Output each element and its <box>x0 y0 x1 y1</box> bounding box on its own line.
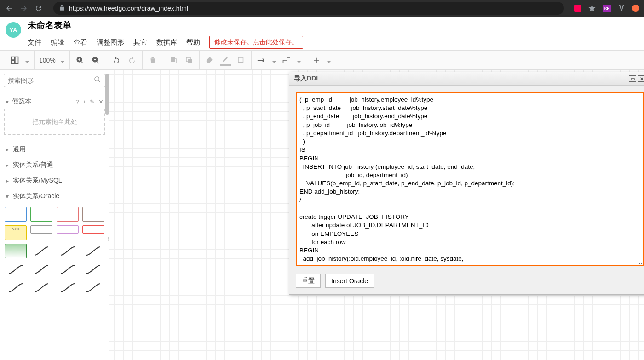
url-text: https://www.freedgo.com/draw_index.html <box>69 5 188 12</box>
shape-trigger-purple[interactable] <box>57 225 79 234</box>
zoom-out-icon[interactable] <box>90 55 101 66</box>
shape-curve[interactable] <box>5 280 27 295</box>
star-icon[interactable] <box>588 4 596 12</box>
zoom-label[interactable]: 100% <box>39 57 56 64</box>
fill-color-icon[interactable] <box>204 55 215 66</box>
minimize-button[interactable]: ▭ <box>629 75 636 82</box>
undo-icon[interactable] <box>111 55 122 66</box>
orange-ext-icon[interactable] <box>632 5 639 12</box>
svg-rect-4 <box>238 57 243 63</box>
tree-er-oracle[interactable]: ▾ 实体关系/Oracle <box>4 189 105 204</box>
shape-procedure[interactable] <box>5 244 27 258</box>
caret-icon[interactable] <box>60 58 65 63</box>
url-bar[interactable]: https://www.freedgo.com/draw_index.html <box>53 2 564 15</box>
shape-curve[interactable] <box>5 262 27 277</box>
shape-curve[interactable] <box>57 280 79 295</box>
shape-curve[interactable] <box>57 244 79 258</box>
caret-icon[interactable] <box>327 58 331 63</box>
scrollbar[interactable] <box>105 74 109 115</box>
insert-oracle-button[interactable]: Insert Oracle <box>325 274 374 288</box>
add-icon[interactable] <box>311 55 322 66</box>
save-warning[interactable]: 修改未保存。点击此处保存。 <box>209 36 303 49</box>
menu-arrange[interactable]: 调整图形 <box>97 38 124 47</box>
help-icon[interactable]: ? <box>75 98 79 105</box>
scratchpad-header: ▾ 便笺本 ? + ✎ ✕ <box>4 95 105 109</box>
menu-extras[interactable]: 其它 <box>133 38 147 47</box>
search-icon[interactable] <box>94 76 101 85</box>
to-front-icon[interactable] <box>168 55 179 66</box>
lock-icon <box>59 5 65 12</box>
caret-icon[interactable] <box>272 58 276 63</box>
tree-label: 实体关系/MySQL <box>13 177 62 185</box>
edit-icon[interactable]: ✎ <box>90 98 95 105</box>
shape-table-blue[interactable] <box>5 207 27 222</box>
extension-icons: RP V <box>574 4 639 12</box>
chevron-down-icon[interactable]: ▾ <box>6 98 10 105</box>
search-row <box>4 74 105 87</box>
reset-button[interactable]: 重置 <box>296 274 321 288</box>
shape-note[interactable]: Note <box>5 225 27 240</box>
tree-label: 通用 <box>13 145 26 154</box>
sidebar: ▾ 便笺本 ? + ✎ ✕ 把元素拖至此处 ▸ 通用 ▸ 实体关系/普通 ▸ 实… <box>0 70 109 360</box>
to-back-icon[interactable] <box>184 55 195 66</box>
shape-curve[interactable] <box>82 262 104 277</box>
svg-rect-2 <box>188 59 192 63</box>
menu-file[interactable]: 文件 <box>28 38 41 47</box>
dropzone[interactable]: 把元素拖至此处 <box>4 109 105 135</box>
shape-table-brown[interactable] <box>82 207 104 222</box>
tree-general[interactable]: ▸ 通用 <box>4 142 105 157</box>
reload-icon[interactable] <box>34 4 43 13</box>
shape-curve[interactable] <box>30 280 52 295</box>
browser-bar: https://www.freedgo.com/draw_index.html … <box>0 0 644 17</box>
shape-curve[interactable] <box>82 280 104 295</box>
caret-icon[interactable] <box>25 58 29 63</box>
tree-label: 实体关系/Oracle <box>13 192 59 200</box>
menu-edit[interactable]: 编辑 <box>51 38 64 47</box>
dialog-title-text: 导入DDL <box>294 74 320 83</box>
add-shape-icon[interactable]: + <box>82 98 86 105</box>
waypoint-icon[interactable] <box>281 55 292 66</box>
shape-curve[interactable] <box>82 244 104 258</box>
shape-trigger-red[interactable] <box>82 225 104 234</box>
palette-ext-icon[interactable] <box>574 5 581 12</box>
caret-icon[interactable] <box>297 58 301 63</box>
splitter-handle[interactable]: ⁞ <box>108 235 109 243</box>
forward-icon[interactable] <box>19 4 29 13</box>
page-title[interactable]: 未命名表单 <box>28 19 303 31</box>
shapes-grid: Note <box>4 204 105 298</box>
line-color-icon[interactable] <box>220 55 231 66</box>
shape-view[interactable] <box>30 225 52 234</box>
view-toggle-icon[interactable] <box>9 55 20 66</box>
scratchpad-label[interactable]: 便笺本 <box>12 97 31 106</box>
v-ext-icon[interactable]: V <box>617 4 626 12</box>
tree-er-mysql[interactable]: ▸ 实体关系/MySQL <box>4 173 105 189</box>
menu-view[interactable]: 查看 <box>74 38 87 47</box>
shape-curve[interactable] <box>30 244 52 258</box>
shape-table-green[interactable] <box>30 207 52 222</box>
menu-database[interactable]: 数据库 <box>156 38 177 47</box>
delete-icon[interactable] <box>147 55 158 66</box>
back-icon[interactable] <box>5 4 14 13</box>
shape-table-red[interactable] <box>57 207 79 222</box>
menu-bar: 文件 编辑 查看 调整图形 其它 数据库 帮助 修改未保存。点击此处保存。 <box>28 36 303 49</box>
ddl-textarea[interactable] <box>296 92 644 266</box>
canvas[interactable]: ⁞ 导入DDL ▭ ✕ 重置 Insert Oracle 输入oracle <box>109 70 644 360</box>
close-button[interactable]: ✕ <box>638 75 644 82</box>
svg-rect-0 <box>171 57 175 62</box>
avatar[interactable]: YA <box>6 22 21 38</box>
shape-curve[interactable] <box>57 262 79 277</box>
chevron-right-icon: ▸ <box>6 161 10 169</box>
dialog-titlebar[interactable]: 导入DDL ▭ ✕ <box>289 72 644 86</box>
shadow-icon[interactable] <box>236 55 247 66</box>
redo-icon[interactable] <box>126 55 138 66</box>
rp-ext-icon[interactable]: RP <box>603 5 611 12</box>
menu-help[interactable]: 帮助 <box>186 38 200 47</box>
zoom-in-icon[interactable] <box>75 55 86 66</box>
app-header: YA 未命名表单 文件 编辑 查看 调整图形 其它 数据库 帮助 修改未保存。点… <box>0 17 644 51</box>
tree-er-general[interactable]: ▸ 实体关系/普通 <box>4 157 105 173</box>
import-ddl-dialog: 导入DDL ▭ ✕ 重置 Insert Oracle <box>289 72 644 295</box>
connection-icon[interactable] <box>256 55 267 66</box>
close-icon[interactable]: ✕ <box>98 98 104 105</box>
search-input[interactable] <box>8 77 94 84</box>
shape-curve[interactable] <box>30 262 52 277</box>
